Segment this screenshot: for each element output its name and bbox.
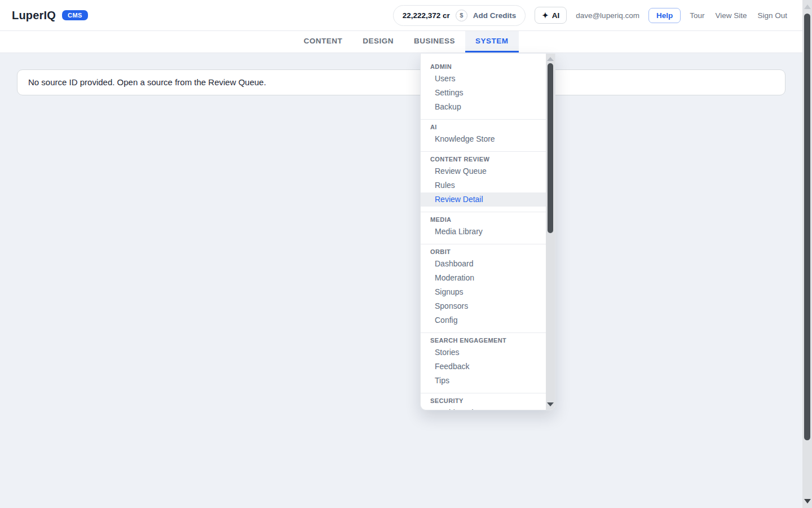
app-header: LuperIQ CMS 22,222,372 cr $ Add Credits … bbox=[0, 0, 812, 31]
header-links: TourView SiteSign Out bbox=[690, 11, 787, 20]
menu-item-settings[interactable]: Settings bbox=[421, 86, 546, 100]
menu-item-moderation[interactable]: Moderation bbox=[421, 271, 546, 285]
menu-section-ai: AIKnowledge Store bbox=[421, 119, 546, 151]
user-email: dave@luperiq.com bbox=[576, 11, 639, 20]
menu-item-review-detail[interactable]: Review Detail bbox=[421, 192, 546, 207]
page-scrollbar[interactable] bbox=[802, 0, 812, 508]
primary-nav: CONTENTDESIGNBUSINESSSYSTEM bbox=[0, 31, 812, 53]
view-site-link[interactable]: View Site bbox=[715, 11, 747, 20]
menu-section-header: ORBIT bbox=[421, 246, 546, 257]
menu-item-review-queue[interactable]: Review Queue bbox=[421, 164, 546, 178]
menu-item-media-library[interactable]: Media Library bbox=[421, 225, 546, 239]
menu-section-header: ADMIN bbox=[421, 60, 546, 72]
menu-section-content-review: CONTENT REVIEWReview QueueRulesReview De… bbox=[421, 151, 546, 212]
menu-item-knowledge-store[interactable]: Knowledge Store bbox=[421, 132, 546, 146]
credits-amount: 22,222,372 cr bbox=[403, 11, 450, 20]
dropdown-scrollbar-thumb[interactable] bbox=[548, 63, 553, 233]
menu-item-dashboard[interactable]: Dashboard bbox=[421, 257, 546, 271]
scroll-up-icon[interactable] bbox=[804, 5, 811, 9]
dollar-icon: $ bbox=[456, 10, 467, 21]
menu-item-sponsors[interactable]: Sponsors bbox=[421, 299, 546, 313]
menu-item-signups[interactable]: Signups bbox=[421, 285, 546, 299]
ai-button-label: AI bbox=[552, 11, 560, 20]
menu-item-backup[interactable]: Backup bbox=[421, 100, 546, 114]
menu-section-header: AI bbox=[421, 121, 546, 132]
menu-item-dashboard[interactable]: Dashboard bbox=[421, 406, 546, 410]
alert-banner: No source ID provided. Open a source fro… bbox=[17, 69, 785, 95]
menu-section-header: SECURITY bbox=[421, 395, 546, 406]
menu-item-feedback[interactable]: Feedback bbox=[421, 360, 546, 374]
menu-content: ADMINUsersSettingsBackupAIKnowledge Stor… bbox=[421, 54, 546, 410]
scroll-down-icon[interactable] bbox=[804, 499, 811, 503]
menu-item-rules[interactable]: Rules bbox=[421, 178, 546, 192]
cms-badge: CMS bbox=[62, 10, 88, 20]
menu-section-header: MEDIA bbox=[421, 213, 546, 225]
menu-item-users[interactable]: Users bbox=[421, 72, 546, 86]
ai-button[interactable]: ✦ AI bbox=[535, 7, 567, 24]
system-dropdown-menu: ADMINUsersSettingsBackupAIKnowledge Stor… bbox=[420, 54, 555, 410]
tab-content[interactable]: CONTENT bbox=[293, 31, 352, 52]
tab-system[interactable]: SYSTEM bbox=[465, 31, 519, 52]
page-scrollbar-thumb[interactable] bbox=[804, 14, 810, 440]
nav-tabs: CONTENTDESIGNBUSINESSSYSTEM bbox=[0, 31, 812, 52]
menu-section-media: MEDIAMedia Library bbox=[421, 212, 546, 244]
alert-message: No source ID provided. Open a source fro… bbox=[28, 77, 266, 87]
tour-link[interactable]: Tour bbox=[690, 11, 704, 20]
menu-item-config[interactable]: Config bbox=[421, 313, 546, 327]
menu-section-search-engagement: SEARCH ENGAGEMENTStoriesFeedbackTips bbox=[421, 332, 546, 393]
menu-section-header: SEARCH ENGAGEMENT bbox=[421, 334, 546, 345]
scroll-up-icon[interactable] bbox=[547, 57, 554, 61]
sparkle-icon: ✦ bbox=[542, 11, 548, 20]
app-logo: LuperIQ bbox=[12, 9, 56, 22]
menu-section-admin: ADMINUsersSettingsBackup bbox=[421, 59, 546, 119]
main-content: No source ID provided. Open a source fro… bbox=[0, 69, 802, 95]
menu-section-orbit: ORBITDashboardModerationSignupsSponsorsC… bbox=[421, 244, 546, 332]
header-actions: 22,222,372 cr $ Add Credits ✦ AI dave@lu… bbox=[393, 5, 787, 26]
menu-item-stories[interactable]: Stories bbox=[421, 345, 546, 360]
sign-out-link[interactable]: Sign Out bbox=[757, 11, 787, 20]
menu-item-tips[interactable]: Tips bbox=[421, 374, 546, 388]
help-button[interactable]: Help bbox=[648, 8, 681, 23]
brand: LuperIQ CMS bbox=[12, 9, 88, 22]
add-credits-button[interactable]: Add Credits bbox=[473, 11, 517, 20]
credits-pill[interactable]: 22,222,372 cr $ Add Credits bbox=[393, 5, 526, 26]
menu-section-security: SECURITYDashboard bbox=[421, 393, 546, 410]
dropdown-scrollbar[interactable] bbox=[546, 54, 555, 410]
scroll-down-icon[interactable] bbox=[547, 402, 554, 406]
tab-business[interactable]: BUSINESS bbox=[404, 31, 465, 52]
menu-section-header: CONTENT REVIEW bbox=[421, 153, 546, 164]
tab-design[interactable]: DESIGN bbox=[352, 31, 404, 52]
